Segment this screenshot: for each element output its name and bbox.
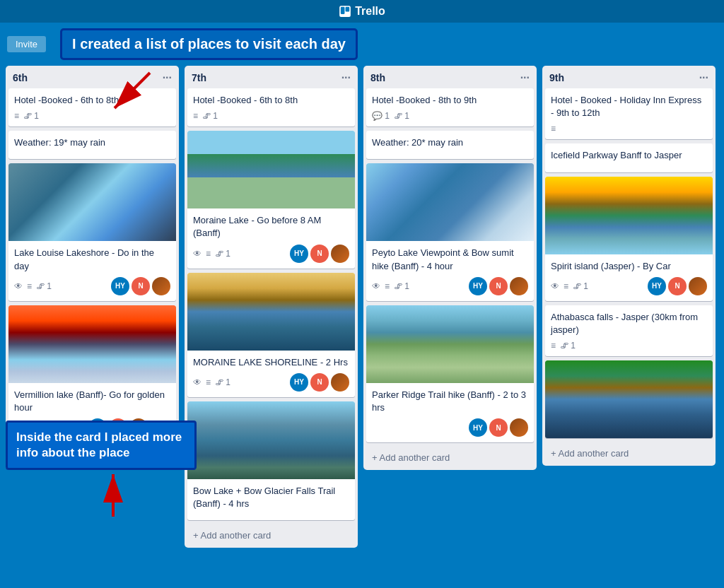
list-icon: ≡ bbox=[206, 249, 211, 259]
avatar-photo bbox=[510, 418, 528, 437]
list-7th-cards: Hotel -Booked - 6th to 8th ≡ 🖇 1 Moraine… bbox=[185, 88, 358, 524]
card-hotel-6th-title: Hotel -Booked - 6th to 8th bbox=[14, 94, 170, 107]
avatar-hy: HY bbox=[290, 245, 308, 263]
list-icon: ≡ bbox=[551, 124, 556, 134]
card-hotel-9th-meta: ≡ bbox=[551, 124, 707, 134]
list-icon: ≡ bbox=[14, 111, 19, 121]
card-parker-title: Parker Ridge Trail hike (Banff) - 2 to 3… bbox=[372, 389, 528, 414]
avatar-photo bbox=[331, 373, 349, 392]
card-lake-louise-image bbox=[8, 163, 176, 241]
card-peyto[interactable]: Peyto Lake Viewpoint & Bow sumit hike (B… bbox=[366, 163, 534, 300]
card-icefield-title: Icefield Parkway Banff to Jasper bbox=[551, 149, 707, 162]
list-icon: ≡ bbox=[193, 111, 198, 121]
card-spirit-image bbox=[545, 177, 713, 254]
app-title: Trello bbox=[355, 5, 385, 18]
card-hotel-8th-title: Hotel -Booked - 8th to 9th bbox=[372, 94, 528, 107]
card-weather-8th-title: Weather: 20* may rain bbox=[372, 136, 528, 149]
svg-rect-2 bbox=[346, 7, 350, 12]
avatar-n: N bbox=[489, 277, 508, 295]
add-card-7th[interactable]: + Add another card bbox=[187, 526, 355, 545]
card-spirit-title: Spirit island (Jasper) - By Car bbox=[551, 260, 707, 273]
bottom-annotation: Inside the card I placed more info about… bbox=[6, 421, 197, 470]
list-7th: 7th ··· Hotel -Booked - 6th to 8th ≡ 🖇 1 bbox=[185, 66, 358, 548]
card-vermillion-title: Vermillion lake (Banff)- Go for golden h… bbox=[14, 389, 170, 414]
list-icon: ≡ bbox=[206, 377, 211, 387]
card-moraine-shoreline[interactable]: MORAINE LAKE SHORELINE - 2 Hrs 👁 ≡ 🖇 1 H… bbox=[187, 273, 355, 397]
card-weather-6th[interactable]: Weather: 19* may rain bbox=[8, 131, 176, 159]
card-bow-lake-title: Bow Lake + Bow Glacier Falls Trail (Banf… bbox=[193, 485, 349, 510]
card-moraine-shoreline-image bbox=[187, 273, 355, 351]
card-hotel-7th-title: Hotel -Booked - 6th to 8th bbox=[193, 94, 349, 107]
list-9th: 9th ··· Hotel - Booked - Holiday Inn Exp… bbox=[542, 66, 716, 466]
card-hotel-7th-meta: ≡ 🖇 1 bbox=[193, 111, 349, 121]
top-bar: Trello bbox=[0, 0, 724, 23]
card-spirit-meta: 👁 ≡ 🖇 1 HY N bbox=[551, 277, 707, 295]
card-peyto-image bbox=[366, 163, 534, 241]
list-9th-header: 9th ··· bbox=[542, 66, 716, 88]
card-hotel-6th-meta: ≡ 🖇 1 bbox=[14, 111, 170, 121]
header-annotation: I created a list of places to visit each… bbox=[60, 28, 358, 60]
eye-icon: 👁 bbox=[551, 281, 559, 291]
eye-icon: 👁 bbox=[193, 249, 202, 259]
invite-button[interactable]: Invite bbox=[7, 36, 46, 52]
eye-icon: 👁 bbox=[14, 281, 23, 291]
card-weather-6th-title: Weather: 19* may rain bbox=[14, 136, 170, 149]
list-8th: 8th ··· Hotel -Booked - 8th to 9th 💬 1 🖇… bbox=[363, 66, 537, 470]
list-6th-cards: Hotel -Booked - 6th to 8th ≡ 🖇 1 Weather… bbox=[6, 88, 179, 447]
list-icon: ≡ bbox=[551, 341, 556, 351]
attach-icon: 🖇 1 bbox=[202, 111, 218, 121]
trello-logo: Trello bbox=[339, 5, 385, 18]
card-hotel-6th[interactable]: Hotel -Booked - 6th to 8th ≡ 🖇 1 bbox=[8, 88, 176, 127]
avatar-photo bbox=[152, 277, 170, 295]
card-lake-louise-meta: 👁 ≡ 🖇 1 HY N bbox=[14, 277, 170, 295]
attach-icon: 🖇 1 bbox=[394, 281, 409, 291]
card-moraine-lake-image bbox=[187, 131, 355, 208]
list-icon: ≡ bbox=[564, 281, 568, 291]
card-moraine-lake-meta: 👁 ≡ 🖇 1 HY N bbox=[193, 245, 349, 263]
card-icefield[interactable]: Icefield Parkway Banff to Jasper bbox=[545, 143, 713, 172]
list-8th-title: 8th bbox=[370, 72, 385, 83]
card-moraine-shoreline-title: MORAINE LAKE SHORELINE - 2 Hrs bbox=[193, 356, 349, 369]
avatar-n: N bbox=[310, 373, 329, 392]
card-weather-8th[interactable]: Weather: 20* may rain bbox=[366, 131, 534, 159]
card-parker[interactable]: Parker Ridge Trail hike (Banff) - 2 to 3… bbox=[366, 305, 534, 442]
avatar-hy: HY bbox=[290, 373, 308, 392]
list-9th-title: 9th bbox=[549, 72, 564, 83]
avatar-group: HY N bbox=[469, 418, 528, 437]
card-lake-louise[interactable]: Lake Louise Lakeshore - Do in the day 👁 … bbox=[8, 163, 176, 300]
attach-icon: 🖇 1 bbox=[560, 341, 576, 351]
avatar-n: N bbox=[310, 245, 329, 263]
avatar-group: HY N bbox=[648, 277, 707, 295]
list-6th-menu[interactable]: ··· bbox=[163, 71, 172, 84]
card-moraine-lake-title: Moraine Lake - Go before 8 AM (Banff) bbox=[193, 214, 349, 240]
list-icon: ≡ bbox=[385, 281, 390, 291]
card-hotel-9th-title: Hotel - Booked - Holiday Inn Express - 9… bbox=[551, 94, 707, 119]
card-hotel-7th[interactable]: Hotel -Booked - 6th to 8th ≡ 🖇 1 bbox=[187, 88, 355, 127]
avatar-n: N bbox=[489, 418, 508, 437]
avatar-group: HY N bbox=[290, 245, 349, 263]
avatar-group: HY N bbox=[290, 373, 349, 392]
list-7th-menu[interactable]: ··· bbox=[341, 71, 351, 84]
card-athabasca[interactable]: Athabasca falls - Jasper (30km from jasp… bbox=[545, 305, 713, 356]
card-bow-lake[interactable]: Bow Lake + Bow Glacier Falls Trail (Banf… bbox=[187, 401, 355, 520]
card-moraine-lake[interactable]: Moraine Lake - Go before 8 AM (Banff) 👁 … bbox=[187, 131, 355, 268]
add-card-9th[interactable]: + Add another card bbox=[545, 444, 713, 463]
card-hotel-9th[interactable]: Hotel - Booked - Holiday Inn Express - 9… bbox=[545, 88, 713, 139]
list-6th-title: 6th bbox=[13, 72, 28, 83]
card-hotel-8th[interactable]: Hotel -Booked - 8th to 9th 💬 1 🖇 1 bbox=[366, 88, 534, 127]
card-canyon[interactable] bbox=[545, 360, 713, 438]
card-spirit[interactable]: Spirit island (Jasper) - By Car 👁 ≡ 🖇 1 … bbox=[545, 177, 713, 301]
list-8th-menu[interactable]: ··· bbox=[520, 71, 530, 84]
eye-icon: 👁 bbox=[193, 377, 202, 387]
card-lake-louise-title: Lake Louise Lakeshore - Do in the day bbox=[14, 247, 170, 272]
add-card-8th[interactable]: + Add another card bbox=[366, 448, 534, 467]
list-9th-menu[interactable]: ··· bbox=[699, 71, 708, 84]
board-content: 6th ··· Hotel -Booked - 6th to 8th ≡ 🖇 1… bbox=[0, 66, 724, 588]
avatar-group: HY N bbox=[111, 277, 170, 295]
attach-icon: 🖇 1 bbox=[215, 249, 230, 259]
card-peyto-title: Peyto Lake Viewpoint & Bow sumit hike (B… bbox=[372, 247, 528, 272]
card-athabasca-title: Athabasca falls - Jasper (30km from jasp… bbox=[551, 311, 707, 336]
list-6th-header: 6th ··· bbox=[6, 66, 179, 88]
card-vermillion-image bbox=[8, 305, 176, 383]
attach-icon: 🖇 1 bbox=[36, 281, 52, 291]
